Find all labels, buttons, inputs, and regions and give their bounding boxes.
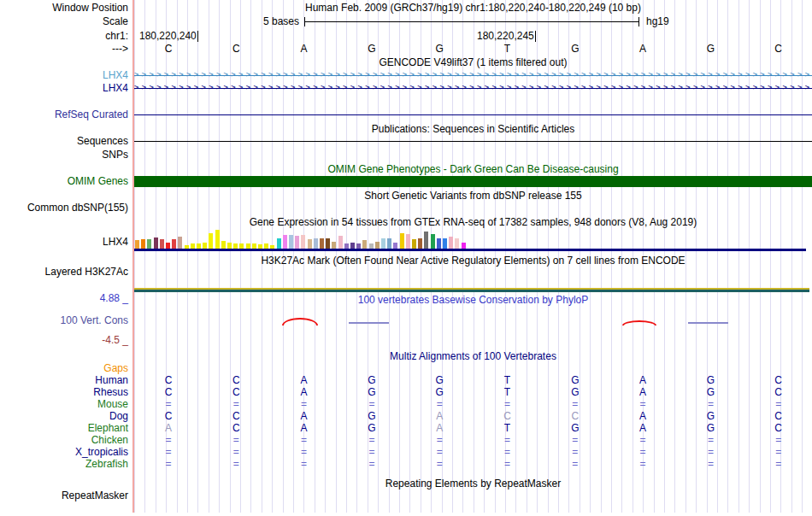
gtex-tissue-bar-34[interactable]: [338, 236, 343, 249]
label-refseq-curated[interactable]: RefSeq Curated: [0, 109, 128, 120]
label-cons-min[interactable]: -4.5 _: [0, 335, 128, 346]
label-layered-h3k27ac[interactable]: Layered H3K27Ac: [0, 267, 128, 278]
gtex-tissue-bar-42[interactable]: [387, 238, 391, 249]
gtex-tissue-bar-9[interactable]: [185, 245, 189, 249]
gtex-tissue-bar-13[interactable]: [209, 233, 213, 249]
gtex-tissue-bar-28[interactable]: [301, 235, 305, 249]
gtex-tissue-bar-24[interactable]: [277, 238, 281, 249]
label-window-position[interactable]: Window Position: [0, 3, 128, 14]
gtex-baseline[interactable]: [134, 249, 806, 251]
gtex-tissue-bar-2[interactable]: [141, 239, 145, 249]
label-common-dbsnp[interactable]: Common dbSNP(155): [0, 202, 128, 214]
label-species-elephant[interactable]: Elephant: [0, 423, 128, 434]
multiz-zebrafish-base-1: =: [134, 459, 203, 470]
gtex-tissue-bar-51[interactable]: [443, 238, 447, 249]
gtex-tissue-bar-41[interactable]: [381, 238, 385, 249]
gtex-tissue-bar-47[interactable]: [418, 238, 422, 249]
phylop-positive-arc-3[interactable]: [622, 320, 656, 325]
gencode-transcript-2[interactable]: >>>>>>>>>>>>>>>>>>>>>>>>>>>>>>>>>>>>>>>>…: [134, 85, 812, 92]
phylop-positive-arc-1[interactable]: [282, 318, 318, 325]
label-omim-genes[interactable]: OMIM Genes: [0, 176, 128, 187]
gtex-tissue-bar-52[interactable]: [449, 237, 453, 249]
gtex-tissue-bar-35[interactable]: [344, 243, 349, 249]
gtex-tissue-bar-46[interactable]: [412, 239, 416, 249]
gtex-tissue-bar-20[interactable]: [252, 243, 256, 249]
label-gencode-lhx4-1[interactable]: LHX4: [0, 70, 128, 81]
gtex-tissue-bar-6[interactable]: [166, 243, 170, 249]
gtex-tissue-bar-17[interactable]: [233, 243, 238, 249]
gtex-tissue-bar-49[interactable]: [431, 234, 435, 249]
gtex-tissue-bar-4[interactable]: [154, 237, 158, 249]
gtex-tissue-bar-15[interactable]: [221, 241, 226, 249]
label-species-chicken[interactable]: Chicken: [0, 435, 128, 446]
label-species-rhesus[interactable]: Rhesus: [0, 387, 128, 398]
label-repeatmasker[interactable]: RepeatMasker: [0, 490, 128, 501]
gtex-tissue-bar-14[interactable]: [215, 230, 220, 249]
gtex-tissue-bar-21[interactable]: [258, 244, 262, 249]
gtex-tissue-bar-48[interactable]: [424, 232, 428, 249]
multiz-human-base-6: T: [474, 375, 542, 386]
label-species-mouse[interactable]: Mouse: [0, 399, 128, 410]
gencode-transcript-1[interactable]: >>>>>>>>>>>>>>>>>>>>>>>>>>>>>>>>>>>>>>>>…: [134, 72, 812, 79]
gtex-tissue-bar-3[interactable]: [147, 239, 151, 249]
gtex-tissue-bar-25[interactable]: [283, 235, 287, 249]
gtex-tissue-bar-40[interactable]: [375, 242, 380, 249]
gtex-tissue-bar-7[interactable]: [172, 239, 176, 249]
refseq-curated-track-line[interactable]: [134, 114, 812, 115]
multiz-dog-base-10: C: [744, 411, 812, 422]
phylop-flat-line-2[interactable]: [349, 322, 389, 324]
gtex-tissue-bar-53[interactable]: [455, 238, 459, 249]
gtex-tissue-bar-44[interactable]: [400, 233, 404, 249]
label-strand[interactable]: --->: [0, 44, 128, 55]
gtex-tissue-bar-50[interactable]: [437, 238, 441, 249]
gtex-tissue-bar-8[interactable]: [178, 237, 182, 249]
gtex-tissue-bar-39[interactable]: [369, 243, 374, 249]
gtex-tissue-bar-29[interactable]: [308, 239, 312, 249]
gtex-tissue-bar-36[interactable]: [350, 243, 355, 249]
sequences-track-line[interactable]: [134, 141, 812, 142]
gtex-tissue-bar-45[interactable]: [406, 234, 410, 249]
label-sequences[interactable]: Sequences: [0, 136, 128, 147]
label-gaps[interactable]: Gaps: [0, 363, 128, 374]
omim-genes-bar[interactable]: [134, 176, 812, 187]
gtex-tissue-bar-54[interactable]: [462, 243, 466, 249]
label-species-x-tropicalis[interactable]: X_tropicalis: [0, 447, 128, 458]
gtex-tissue-bar-10[interactable]: [191, 243, 195, 249]
label-species-dog[interactable]: Dog: [0, 411, 128, 422]
assembly-label: hg19: [646, 16, 669, 27]
label-snps[interactable]: SNPs: [0, 150, 128, 161]
gtex-tissue-bar-12[interactable]: [203, 243, 207, 249]
label-gtex-lhx4[interactable]: LHX4: [0, 237, 128, 248]
gtex-tissue-bar-18[interactable]: [239, 243, 244, 249]
multiz-zebrafish-base-5: =: [405, 459, 474, 470]
gtex-tissue-bar-31[interactable]: [320, 238, 324, 249]
gtex-tissue-bar-27[interactable]: [295, 236, 299, 249]
gtex-tissue-bar-11[interactable]: [197, 243, 201, 249]
label-species-human[interactable]: Human: [0, 375, 128, 386]
gtex-tissue-bar-38[interactable]: [362, 240, 367, 249]
gtex-tissue-bar-16[interactable]: [227, 243, 232, 249]
coordinate-right-tick: [535, 31, 536, 42]
gtex-tissue-bar-26[interactable]: [289, 235, 293, 249]
gtex-tissue-bar-43[interactable]: [393, 243, 397, 249]
gtex-tissue-bar-33[interactable]: [332, 242, 336, 249]
gtex-tissue-bar-32[interactable]: [326, 238, 330, 249]
gtex-tissue-bar-1[interactable]: [135, 240, 139, 249]
label-chrom[interactable]: chr1:: [0, 31, 128, 42]
h3k27ac-layer-line-teal[interactable]: [134, 290, 809, 292]
label-gencode-lhx4-2[interactable]: LHX4: [0, 83, 128, 94]
label-cons-max[interactable]: 4.88 _: [0, 293, 128, 304]
multiz-chicken-base-10: =: [744, 435, 812, 446]
label-species-zebrafish[interactable]: Zebrafish: [0, 459, 128, 470]
gtex-tissue-bar-30[interactable]: [314, 238, 318, 249]
gtex-tissue-bar-5[interactable]: [160, 239, 164, 249]
phylop-flat-line-4[interactable]: [688, 322, 728, 324]
multiz-x_tropicalis-base-3: =: [270, 447, 338, 458]
gtex-tissue-bar-23[interactable]: [270, 245, 274, 249]
label-scale[interactable]: Scale: [0, 16, 128, 27]
gtex-tissue-bar-22[interactable]: [264, 243, 268, 249]
label-100-vert-cons[interactable]: 100 Vert. Cons: [0, 315, 128, 326]
scale-bar-right-tick: [638, 17, 639, 26]
gtex-tissue-bar-37[interactable]: [356, 243, 361, 249]
gtex-tissue-bar-19[interactable]: [246, 243, 250, 249]
